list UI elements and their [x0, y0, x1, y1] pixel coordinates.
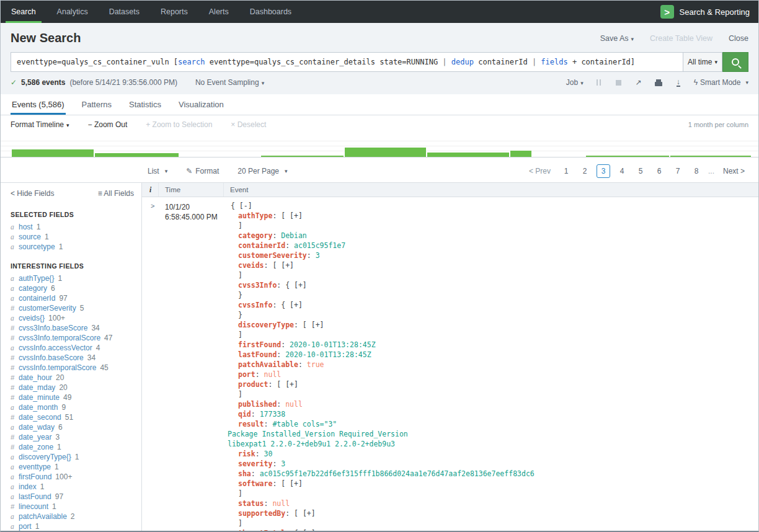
time-range-picker[interactable]: All time▾	[683, 52, 722, 72]
list-icon: ≡	[98, 189, 102, 198]
page-1[interactable]: 1	[559, 164, 573, 178]
field-item-date-mday[interactable]: #date_mday20	[11, 383, 134, 393]
field-item-cvssinfo-basescore[interactable]: #cvssInfo.baseScore34	[11, 353, 134, 363]
page-6[interactable]: 6	[652, 164, 666, 178]
create-table-view-button[interactable]: Create Table View	[650, 34, 712, 43]
field-count: 6	[51, 284, 55, 293]
app-identity[interactable]: > Search & Reporting	[660, 1, 758, 23]
field-item-date-second[interactable]: #date_second51	[11, 413, 134, 423]
timeline-bar[interactable]	[427, 153, 509, 157]
json-toggle[interactable]: [+]	[303, 509, 316, 518]
pause-icon[interactable]	[595, 78, 603, 87]
page-8[interactable]: 8	[690, 164, 703, 178]
format-results-button[interactable]: ✎Format	[186, 167, 219, 175]
json-toggle[interactable]: [+]	[290, 479, 303, 488]
field-item-date-zone[interactable]: #date_zone1	[11, 443, 134, 453]
field-item-eventtype[interactable]: aeventtype1	[11, 463, 134, 472]
field-count: 97	[59, 294, 67, 303]
deselect-button[interactable]: × Deselect	[231, 120, 266, 129]
field-item-cvss3info-temporalscore[interactable]: #cvss3Info.temporalScore47	[11, 334, 134, 344]
json-toggle[interactable]: [+]	[281, 261, 294, 270]
timeline-bar[interactable]	[95, 153, 179, 157]
close-button[interactable]: Close	[729, 34, 748, 43]
field-item-source[interactable]: asource1	[11, 233, 134, 242]
field-item-date-minute[interactable]: #date_minute49	[11, 393, 134, 403]
nav-item-analytics[interactable]: Analytics	[47, 1, 99, 23]
tab-events-5-586[interactable]: Events (5,586)	[3, 94, 73, 115]
share-icon[interactable]: ↗	[634, 78, 643, 87]
nav-item-reports[interactable]: Reports	[150, 1, 198, 23]
job-menu[interactable]: Job▾	[566, 78, 584, 87]
page-5[interactable]: 5	[634, 164, 647, 178]
expand-event-caret[interactable]: >	[142, 197, 159, 532]
json-key: threatIntel	[238, 529, 285, 532]
field-item-firstfound[interactable]: afirstFound100+	[11, 472, 134, 482]
event-timeline-chart[interactable]	[1, 134, 758, 157]
json-toggle[interactable]: [+]	[285, 380, 298, 389]
field-item-containerid[interactable]: acontainerId97	[11, 294, 134, 304]
field-item-date-hour[interactable]: #date_hour20	[11, 373, 134, 383]
field-item-host[interactable]: ahost1	[11, 223, 134, 233]
field-item-lastfound[interactable]: alastFound97	[11, 492, 134, 502]
format-timeline-menu[interactable]: Format Timeline▾	[11, 120, 69, 129]
prev-page-button[interactable]: < Prev	[525, 167, 554, 175]
field-item-cvss3info-basescore[interactable]: #cvss3Info.baseScore34	[11, 324, 134, 334]
field-item-discoverytype[interactable]: adiscoveryType{}1	[11, 453, 134, 463]
field-item-authtype[interactable]: aauthType{}1	[11, 274, 134, 284]
page-2[interactable]: 2	[578, 164, 592, 178]
list-view-menu[interactable]: List▾	[148, 167, 167, 175]
json-toggle[interactable]: [+]	[294, 281, 307, 290]
json-toggle[interactable]: [-]	[239, 202, 252, 210]
field-item-patchavailable[interactable]: apatchAvailable2	[11, 512, 134, 522]
json-line: ]	[228, 270, 758, 280]
json-toggle[interactable]: [+]	[303, 529, 316, 532]
stop-icon[interactable]	[615, 78, 623, 87]
tab-patterns[interactable]: Patterns	[73, 94, 120, 115]
nav-item-datasets[interactable]: Datasets	[99, 1, 150, 23]
page-4[interactable]: 4	[615, 164, 629, 178]
field-item-cvssinfo-accessvector[interactable]: acvssInfo.accessVector4	[11, 344, 134, 353]
field-item-cvssinfo-temporalscore[interactable]: #cvssInfo.temporalScore45	[11, 363, 134, 373]
field-item-date-year[interactable]: #date_year3	[11, 433, 134, 443]
field-item-sourcetype[interactable]: asourcetype1	[11, 242, 134, 252]
json-line: ]	[228, 330, 758, 340]
zoom-out-button[interactable]: − Zoom Out	[88, 120, 128, 129]
timeline-bar[interactable]	[510, 151, 531, 157]
field-item-cveids[interactable]: acveids{}100+	[11, 314, 134, 324]
field-item-customerseverity[interactable]: #customerSeverity5	[11, 304, 134, 314]
field-item-linecount[interactable]: #linecount1	[11, 502, 134, 512]
tab-visualization[interactable]: Visualization	[170, 94, 233, 115]
hide-fields-button[interactable]: < Hide Fields	[11, 189, 54, 198]
json-toggle[interactable]: [+]	[290, 211, 303, 220]
next-page-button[interactable]: Next >	[719, 167, 748, 175]
zoom-to-selection-button[interactable]: + Zoom to Selection	[146, 120, 212, 129]
print-icon[interactable]	[654, 78, 663, 87]
timeline-bar[interactable]	[12, 149, 94, 157]
nav-item-search[interactable]: Search	[1, 1, 47, 23]
timeline-bar[interactable]	[586, 156, 669, 157]
field-item-index[interactable]: aindex1	[11, 482, 134, 492]
search-query-input[interactable]: eventtype=qualys_cs_container_vuln [sear…	[11, 52, 683, 72]
page-7[interactable]: 7	[671, 164, 685, 178]
search-mode-selector[interactable]: ϟ Smart Mode ▾	[694, 78, 748, 87]
caret-down-icon: ▾	[66, 122, 69, 128]
tab-statistics[interactable]: Statistics	[120, 94, 170, 115]
run-search-button[interactable]	[722, 52, 748, 72]
field-item-date-month[interactable]: adate_month9	[11, 403, 134, 413]
per-page-menu[interactable]: 20 Per Page▾	[237, 167, 287, 175]
page-3[interactable]: 3	[597, 164, 610, 178]
field-item-date-wday[interactable]: adate_wday6	[11, 423, 134, 433]
nav-item-dashboards[interactable]: Dashboards	[239, 1, 302, 23]
timeline-bar[interactable]	[261, 156, 344, 157]
all-fields-button[interactable]: ≡ All Fields	[98, 189, 134, 198]
save-as-button[interactable]: Save As▾	[600, 34, 634, 43]
event-sampling-menu[interactable]: No Event Sampling▾	[195, 78, 264, 87]
timeline-bar[interactable]	[345, 148, 426, 157]
json-toggle[interactable]: [+]	[311, 321, 324, 329]
field-item-port[interactable]: aport1	[11, 522, 134, 532]
field-item-category[interactable]: acategory6	[11, 284, 134, 294]
export-icon[interactable]: ↓	[674, 78, 683, 87]
json-toggle[interactable]: [+]	[290, 301, 303, 309]
nav-item-alerts[interactable]: Alerts	[198, 1, 239, 23]
timeline-bar[interactable]	[670, 156, 751, 157]
